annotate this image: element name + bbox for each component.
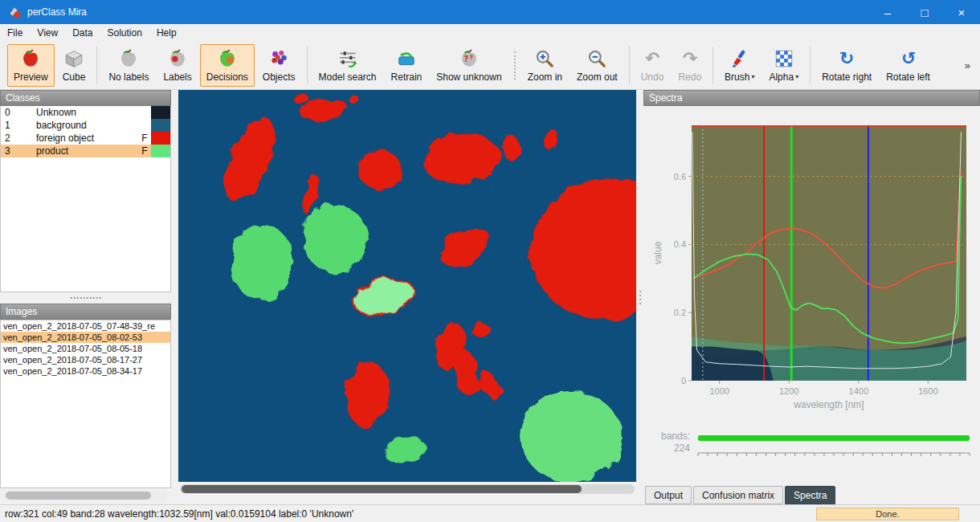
toolbar-overflow-button[interactable]: » xyxy=(960,59,975,71)
svg-text:↶: ↶ xyxy=(645,48,659,68)
toolbar-button-label: Decisions xyxy=(206,71,248,83)
image-list-item[interactable]: ven_open_2_2018-07-05_08-02-53 xyxy=(1,332,170,343)
toolbar-show-unknown-button[interactable]: ??Show unknown xyxy=(430,44,508,87)
svg-text:0.4: 0.4 xyxy=(674,239,686,249)
alpha-icon xyxy=(773,47,795,70)
toolbar-preview-button[interactable]: Preview xyxy=(7,44,55,87)
class-index: 0 xyxy=(1,107,17,118)
class-name: product xyxy=(17,145,138,157)
image-list: ven_open_2_2018-07-05_07-48-39_reven_ope… xyxy=(0,320,171,488)
scrollbar-thumb[interactable] xyxy=(6,491,151,500)
images-panel-header: Images xyxy=(0,304,171,320)
toolbar-model-search-button[interactable]: Model search xyxy=(312,44,383,87)
toolbar-zoom-out-button[interactable]: Zoom out xyxy=(570,44,624,87)
app-icon xyxy=(7,5,22,19)
class-flag: F xyxy=(138,145,151,157)
bands-bar[interactable] xyxy=(696,427,973,464)
maximize-button[interactable]: □ xyxy=(906,0,943,24)
toolbar-brush-button[interactable]: Brush▾ xyxy=(718,44,761,87)
toolbar-separator xyxy=(629,47,630,84)
center-right-splitter[interactable] xyxy=(636,90,643,504)
image-list-item[interactable]: ven_open_2_2018-07-05_08-34-17 xyxy=(1,365,170,377)
model-search-icon xyxy=(337,47,359,70)
class-row-background[interactable]: 1background xyxy=(1,119,170,132)
class-color-swatch xyxy=(151,119,170,132)
apple-nolabels-icon xyxy=(117,47,140,70)
apple-preview-icon xyxy=(19,47,42,70)
progress-bar: Done. xyxy=(816,508,959,520)
bands-row: bands: 224 xyxy=(643,427,980,464)
classes-images-splitter[interactable] xyxy=(0,292,171,304)
toolbar-decisions-button[interactable]: Decisions xyxy=(200,44,255,87)
class-color-swatch xyxy=(151,132,170,145)
image-view[interactable] xyxy=(178,90,636,482)
scrollbar-thumb[interactable] xyxy=(182,485,582,493)
svg-text:?: ? xyxy=(469,54,472,61)
left-panel-scrollbar[interactable] xyxy=(4,491,167,500)
toolbar-button-label: Objects xyxy=(263,71,296,83)
bands-label: bands: xyxy=(650,430,690,442)
class-name: foreign object xyxy=(17,133,138,144)
main-area: Classes 0Unknown1background2foreign obje… xyxy=(0,90,980,504)
class-flag: F xyxy=(138,133,151,144)
class-row-foreign-object[interactable]: 2foreign objectF xyxy=(1,132,170,145)
class-row-unknown[interactable]: 0Unknown xyxy=(1,106,170,119)
menu-view[interactable]: View xyxy=(30,25,65,41)
minimize-button[interactable]: – xyxy=(869,0,906,24)
toolbar-no-labels-button[interactable]: No labels xyxy=(102,44,155,87)
class-row-product[interactable]: 3productF xyxy=(1,145,170,157)
classified-image[interactable] xyxy=(178,90,636,482)
menu-file[interactable]: File xyxy=(0,25,30,41)
image-list-item[interactable]: ven_open_2_2018-07-05_08-17-27 xyxy=(1,354,170,365)
class-name: background xyxy=(17,120,138,131)
toolbar-button-text: Decisions xyxy=(206,71,248,83)
toolbar-button-label: Rotate left xyxy=(886,71,930,83)
toolbar-button-label: Redo xyxy=(678,71,701,83)
toolbar-button-label: Zoom out xyxy=(577,71,618,83)
toolbar-button-text: Model search xyxy=(319,71,377,83)
toolbar-alpha-button[interactable]: Alpha▾ xyxy=(762,44,805,87)
toolbar-labels-button[interactable]: Labels xyxy=(157,44,198,87)
toolbar-zoom-in-button[interactable]: Zoom in xyxy=(521,44,569,87)
image-scrollbar[interactable] xyxy=(180,484,635,494)
toolbar-button-text: Brush xyxy=(725,71,749,83)
toolbar-separator xyxy=(96,47,97,84)
spectra-chart-wrap: 100012001400160000.20.40.6wavelength [nm… xyxy=(643,106,980,421)
dropdown-caret-icon[interactable]: ▾ xyxy=(751,74,754,80)
image-list-item[interactable]: ven_open_2_2018-07-05_08-05-18 xyxy=(1,343,170,354)
svg-text:1000: 1000 xyxy=(709,386,729,396)
toolbar-objects-button[interactable]: Objects xyxy=(256,44,302,87)
class-list: 0Unknown1background2foreign objectF3prod… xyxy=(0,106,171,292)
toolbar-retrain-button[interactable]: Retrain xyxy=(385,44,429,87)
toolbar-rotate-left-button[interactable]: ↺Rotate left xyxy=(880,44,937,87)
toolbar-button-label: Retrain xyxy=(391,71,423,83)
toolbar-undo-button[interactable]: ↶Undo xyxy=(635,44,671,87)
rotate-left-icon: ↺ xyxy=(897,47,920,70)
left-center-splitter[interactable] xyxy=(171,90,178,504)
menu-help[interactable]: Help xyxy=(149,25,184,41)
toolbar-rotate-right-button[interactable]: ↻Rotate right xyxy=(815,44,878,87)
menu-solution[interactable]: Solution xyxy=(100,25,149,41)
toolbar-drag-handle[interactable] xyxy=(514,51,516,80)
image-list-item[interactable]: ven_open_2_2018-07-05_07-48-39_re xyxy=(1,320,170,332)
toolbar-button-label: Brush▾ xyxy=(725,71,754,83)
tab-output[interactable]: Output xyxy=(645,486,692,504)
splitter-dot xyxy=(639,291,641,292)
status-text: row:321 col:49 band:28 wavelength:1032.5… xyxy=(5,508,353,520)
toolbar-redo-button[interactable]: ↷Redo xyxy=(672,44,708,87)
toolbar-separator xyxy=(307,47,308,84)
tab-spectra[interactable]: Spectra xyxy=(785,486,835,504)
window-controls: – □ × xyxy=(869,0,980,24)
bands-label-col: bands: 224 xyxy=(650,427,696,464)
tab-confusion-matrix[interactable]: Confusion matrix xyxy=(693,486,783,504)
menu-data[interactable]: Data xyxy=(65,25,100,41)
app-window: perClass Mira – □ × FileViewDataSolution… xyxy=(0,0,980,522)
spectra-chart[interactable]: 100012001400160000.20.40.6wavelength [nm… xyxy=(651,119,974,418)
toolbar-cube-button[interactable]: Cube xyxy=(56,44,92,87)
toolbar: PreviewCubeNo labelsLabelsDecisionsObjec… xyxy=(0,42,980,90)
bottom-tabs: OutputConfusion matrixSpectra xyxy=(643,483,980,504)
dropdown-caret-icon[interactable]: ▾ xyxy=(795,74,798,80)
splitter-dot xyxy=(639,295,641,296)
spectra-panel-header: Spectra xyxy=(643,90,980,106)
close-button[interactable]: × xyxy=(943,0,980,24)
